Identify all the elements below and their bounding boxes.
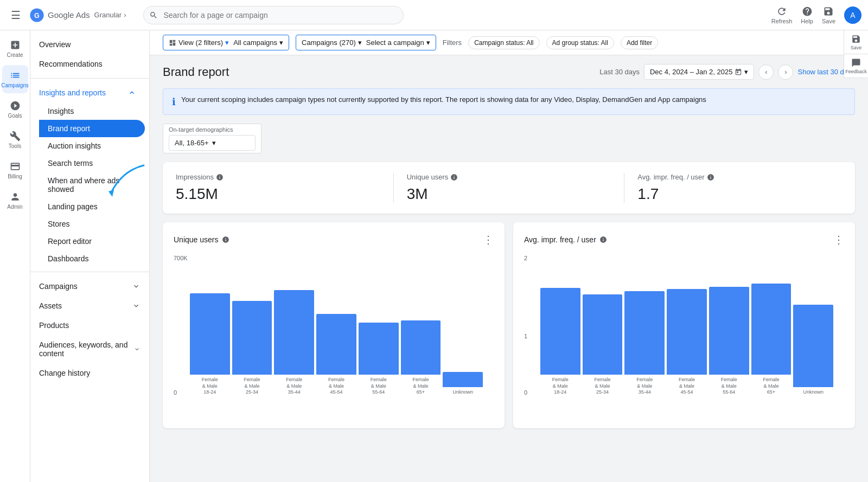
impressions-value: 5.15M: [176, 185, 380, 203]
unique-users-info-icon[interactable]: [450, 173, 458, 181]
nav-report-editor[interactable]: Report editor: [39, 233, 145, 250]
bar-label: Unknown: [803, 389, 824, 396]
unique-users-menu-button[interactable]: ⋮: [483, 233, 494, 246]
demographics-filter: On-target demographics All, 18-65+ ▾: [163, 124, 855, 153]
date-controls: Last 30 days Dec 4, 2024 – Jan 2, 2025 ▾…: [599, 64, 855, 80]
nav-audiences-section[interactable]: Audiences, keywords, and content: [30, 335, 149, 363]
avg-freq-stat: Avg. impr. freq. / user 1.7: [637, 173, 842, 203]
nav-campaigns-section[interactable]: Campaigns: [30, 277, 149, 296]
date-picker[interactable]: Dec 4, 2024 – Jan 2, 2025 ▾: [644, 64, 755, 80]
topbar-left: ☰ G Google Ads Granular ›: [7, 4, 126, 26]
avg-freq-chart-info-icon[interactable]: [599, 236, 607, 243]
nav-insights[interactable]: Insights: [39, 102, 145, 120]
nav-brand-report[interactable]: Brand report: [39, 120, 145, 137]
breadcrumb: Granular ›: [94, 11, 126, 19]
avg-freq-info-icon[interactable]: [707, 173, 714, 181]
bar-group: Female & Male 45-54: [667, 289, 707, 396]
chevron-down-icon-3: [133, 345, 141, 354]
campaign-status-filter[interactable]: Campaign status: All: [468, 36, 539, 49]
bar-group: Female & Male 35-44: [624, 291, 665, 396]
nav-recommendations[interactable]: Recommendations: [30, 54, 145, 74]
date-next-button[interactable]: ›: [778, 65, 793, 80]
page-header: Brand report Last 30 days Dec 4, 2024 – …: [163, 64, 855, 80]
bar-group: Unknown: [793, 305, 833, 396]
bar: [793, 305, 833, 387]
topbar-right: Refresh Help Save A: [771, 6, 861, 24]
avg-freq-y-zero-label: 0: [524, 389, 527, 396]
bar-group: Female & Male 55-64: [709, 287, 749, 396]
chevron-up-icon: [127, 88, 136, 97]
hamburger-menu[interactable]: ☰: [7, 4, 25, 26]
bar-group: Female & Male 45-54: [316, 314, 356, 396]
nav-when-where[interactable]: When and where ads showed: [39, 172, 145, 198]
ad-group-status-filter[interactable]: Ad group status: All: [546, 36, 614, 49]
stats-row: Impressions 5.15M Unique users 3M Avg. i…: [163, 162, 855, 214]
user-avatar[interactable]: A: [844, 7, 861, 24]
bar-group: Female & Male 25-34: [232, 301, 272, 396]
avg-freq-y-mid-label: 1: [524, 333, 527, 339]
nav-insights-reports[interactable]: Insights and reports: [30, 83, 145, 102]
bar-group: Female & Male 65+: [751, 284, 792, 396]
view-filter-dropdown[interactable]: View (2 filters) ▾ All campaigns ▾: [163, 35, 289, 50]
sidebar-goals[interactable]: Goals: [2, 95, 28, 124]
save-right-button[interactable]: Save: [844, 30, 868, 54]
demographics-select[interactable]: All, 18-65+ ▾: [169, 135, 256, 151]
sidebar-billing[interactable]: Billing: [2, 156, 28, 184]
impressions-stat: Impressions 5.15M: [176, 173, 380, 203]
bar: [232, 301, 272, 375]
date-prev-button[interactable]: ‹: [758, 65, 774, 80]
nav-stores[interactable]: Stores: [39, 215, 145, 233]
avg-freq-value: 1.7: [637, 185, 842, 203]
campaign-selector-dropdown[interactable]: Campaigns (270) ▾ Select a campaign ▾: [296, 35, 436, 50]
charts-row: Unique users ⋮ 700K 0 Female & Male 18-2…: [163, 222, 855, 428]
bar-label: Female & Male 45-54: [328, 377, 344, 396]
bar-group: Female & Male 18-24: [190, 293, 230, 396]
refresh-button[interactable]: Refresh: [771, 6, 793, 24]
save-button[interactable]: Save: [822, 6, 835, 24]
bar-group: Female & Male 35-44: [274, 290, 314, 396]
sidebar-admin[interactable]: Admin: [2, 187, 28, 215]
sidebar-create[interactable]: Create: [2, 35, 28, 63]
main-content: View (2 filters) ▾ All campaigns ▾ Campa…: [150, 30, 868, 482]
bar-label: Female & Male 25-34: [244, 377, 260, 396]
nav-overview[interactable]: Overview: [30, 35, 145, 54]
nav-products[interactable]: Products: [30, 316, 145, 335]
search-input[interactable]: [143, 6, 404, 24]
avg-freq-bars: Female & Male 18-24Female & Male 25-34Fe…: [524, 255, 844, 396]
avg-freq-menu-button[interactable]: ⋮: [833, 233, 844, 246]
nav-auction-insights[interactable]: Auction insights: [39, 137, 145, 155]
bar-label: Unknown: [452, 389, 473, 396]
bar-label: Female & Male 55-64: [371, 377, 387, 396]
unique-users-chart-header: Unique users ⋮: [174, 233, 494, 246]
bar-group: Unknown: [443, 372, 483, 396]
feedback-right-button[interactable]: Feedback: [844, 54, 868, 78]
avg-freq-chart: Avg. impr. freq. / user ⋮ 2 1 0 Female &…: [513, 222, 855, 428]
chevron-down-icon-2: [132, 301, 141, 310]
info-icon: ℹ: [172, 96, 176, 108]
chart-title-info-icon[interactable]: [222, 236, 229, 243]
help-button[interactable]: Help: [801, 6, 813, 24]
nav-change-history[interactable]: Change history: [30, 363, 145, 383]
add-filter-button[interactable]: Add filter: [621, 36, 658, 49]
avg-freq-chart-header: Avg. impr. freq. / user ⋮: [524, 233, 844, 246]
stat-divider-2: [624, 173, 624, 203]
bar-label: Female & Male 65+: [412, 377, 429, 396]
y-axis-zero-label: 0: [174, 389, 177, 396]
nav-search-terms[interactable]: Search terms: [39, 155, 145, 172]
bar: [443, 372, 483, 387]
sidebar-campaigns[interactable]: Campaigns: [2, 65, 28, 93]
nav-dashboards[interactable]: Dashboards: [39, 250, 145, 267]
nav-assets-section[interactable]: Assets: [30, 296, 149, 316]
topbar: ☰ G Google Ads Granular › Refresh Help S…: [0, 0, 868, 30]
unique-users-stat: Unique users 3M: [407, 173, 611, 203]
bar: [190, 293, 230, 375]
chevron-down-icon: [132, 282, 141, 291]
nav-sub-insights-reports: Insights Brand report Auction insights S…: [30, 102, 149, 267]
sidebar-tools[interactable]: Tools: [2, 126, 28, 154]
avg-freq-chart-area: 2 1 0 Female & Male 18-24Female & Male 2…: [524, 255, 844, 417]
demographics-label: On-target demographics: [169, 126, 256, 133]
impressions-info-icon[interactable]: [216, 173, 224, 181]
nav-landing-pages[interactable]: Landing pages: [39, 198, 145, 215]
sidebar-icons: Create Campaigns Goals Tools Billing Adm…: [0, 30, 30, 482]
nav-divider-2: [30, 272, 149, 272]
